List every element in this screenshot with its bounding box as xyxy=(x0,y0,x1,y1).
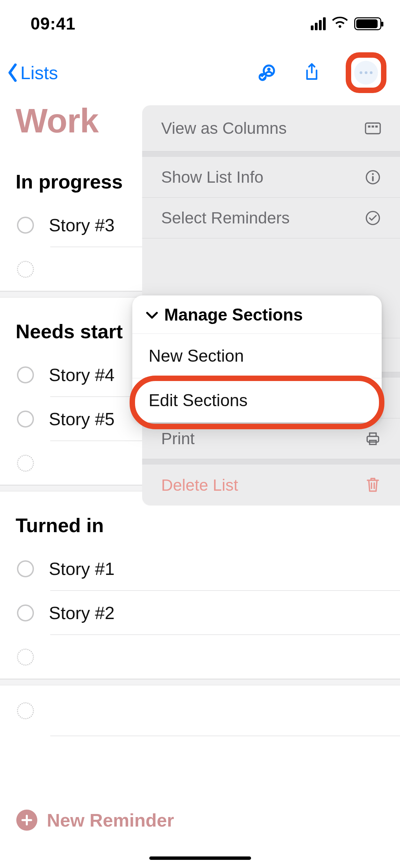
chevron-down-icon xyxy=(145,308,159,322)
add-reminder-button[interactable] xyxy=(16,810,37,831)
info-icon xyxy=(365,169,381,185)
completion-circle-icon[interactable] xyxy=(17,604,34,621)
reminder-row[interactable]: Story #1 xyxy=(0,547,400,591)
menu-label: Delete List xyxy=(161,476,238,494)
svg-rect-5 xyxy=(372,125,374,127)
completion-circle-icon[interactable] xyxy=(17,411,34,428)
completion-circle-icon[interactable] xyxy=(17,560,34,577)
svg-rect-4 xyxy=(368,125,370,127)
menu-label: Print xyxy=(161,429,195,448)
svg-point-8 xyxy=(372,173,374,175)
section-turned-in: Turned in Story #1 Story #2 xyxy=(0,491,400,679)
menu-divider xyxy=(142,151,400,157)
menu-delete-list[interactable]: Delete List xyxy=(142,465,400,505)
menu-divider xyxy=(142,459,400,465)
menu-label: Select Reminders xyxy=(161,209,290,227)
new-reminder-circle-icon[interactable] xyxy=(17,702,34,719)
reminder-row-empty[interactable] xyxy=(0,685,400,736)
menu-label: View as Columns xyxy=(161,119,287,138)
submenu-edit-sections[interactable]: Edit Sections xyxy=(132,378,382,422)
svg-rect-6 xyxy=(375,125,378,127)
cellular-icon xyxy=(311,17,326,30)
select-icon xyxy=(365,210,381,226)
share-button[interactable] xyxy=(302,62,322,83)
svg-rect-3 xyxy=(365,123,380,133)
footer: New Reminder xyxy=(0,810,400,831)
menu-show-list-info[interactable]: Show List Info xyxy=(142,157,400,198)
svg-point-1 xyxy=(267,68,271,71)
reminder-title: Story #2 xyxy=(49,603,115,623)
svg-rect-9 xyxy=(372,176,374,181)
reminder-title: Story #4 xyxy=(49,365,115,385)
reminder-title: Story #5 xyxy=(49,409,115,429)
collaborate-button[interactable] xyxy=(258,62,278,83)
submenu-label: New Section xyxy=(149,346,244,365)
chevron-left-icon xyxy=(7,64,18,82)
menu-label: Show List Info xyxy=(161,168,264,186)
status-bar: 09:41 xyxy=(0,0,400,48)
columns-icon xyxy=(365,120,381,137)
battery-icon xyxy=(354,17,381,30)
more-button[interactable] xyxy=(346,52,386,93)
svg-rect-14 xyxy=(367,436,379,442)
reminder-title: Story #1 xyxy=(49,559,115,579)
print-icon xyxy=(365,431,381,447)
status-time: 09:41 xyxy=(31,14,76,34)
new-reminder-label[interactable]: New Reminder xyxy=(47,810,174,831)
submenu-header[interactable]: Manage Sections xyxy=(132,295,382,334)
submenu-new-section[interactable]: New Section xyxy=(132,334,382,378)
submenu-label: Edit Sections xyxy=(149,391,248,410)
menu-view-as-columns[interactable]: View as Columns xyxy=(142,105,400,151)
menu-print[interactable]: Print xyxy=(142,418,400,459)
home-indicator xyxy=(149,856,251,860)
new-reminder-circle-icon[interactable] xyxy=(17,261,34,278)
completion-circle-icon[interactable] xyxy=(17,217,34,234)
wifi-icon xyxy=(332,16,348,31)
menu-select-reminders[interactable]: Select Reminders xyxy=(142,198,400,238)
share-icon xyxy=(302,63,321,82)
new-reminder-circle-icon[interactable] xyxy=(17,455,34,472)
new-reminder-circle-icon[interactable] xyxy=(17,649,34,666)
reminder-row-empty[interactable] xyxy=(0,635,400,679)
back-button[interactable]: Lists xyxy=(7,62,58,83)
svg-rect-15 xyxy=(369,433,376,436)
manage-sections-submenu: Manage Sections New Section Edit Section… xyxy=(132,295,382,422)
trash-icon xyxy=(365,477,381,493)
submenu-title: Manage Sections xyxy=(164,305,303,325)
highlight-ring xyxy=(346,52,386,93)
nav-actions xyxy=(258,52,386,93)
reminder-row[interactable]: Story #2 xyxy=(0,591,400,635)
collaborate-icon xyxy=(258,63,277,82)
status-right xyxy=(311,16,381,31)
completion-circle-icon[interactable] xyxy=(17,366,34,383)
nav-bar: Lists xyxy=(0,48,400,101)
reminder-title: Story #3 xyxy=(49,215,115,235)
plus-icon xyxy=(21,814,33,826)
section-divider xyxy=(0,679,400,685)
back-label: Lists xyxy=(20,62,58,83)
